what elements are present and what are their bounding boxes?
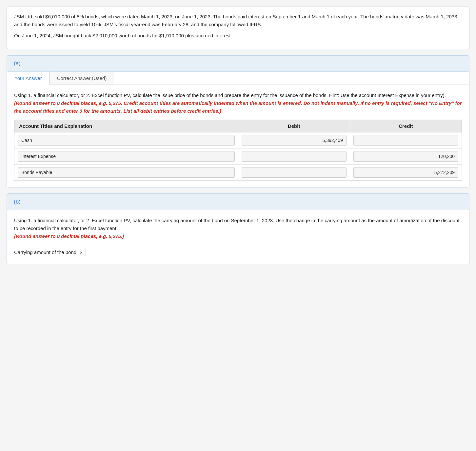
- account-input-1[interactable]: [18, 151, 235, 162]
- table-row: [14, 148, 462, 165]
- dollar-sign: $: [80, 249, 82, 255]
- carrying-amount-input[interactable]: [86, 247, 151, 257]
- section-a-tabs: Your Answer Correct Answer (Used): [7, 72, 469, 85]
- debit-input-2[interactable]: [242, 167, 347, 178]
- table-row: [14, 132, 462, 148]
- account-input-2[interactable]: [18, 167, 235, 178]
- section-a-body: Your Answer Correct Answer (Used) Using …: [7, 72, 469, 187]
- credit-input-0[interactable]: [353, 135, 458, 146]
- problem-description: JSM Ltd. sold $6,010,000 of 8% bonds, wh…: [14, 13, 462, 29]
- section-a-wrapper: (a) Your Answer Correct Answer (Used) Us…: [7, 55, 469, 187]
- section-b-wrapper: (b) Using 1. a financial calculator, or …: [7, 193, 469, 264]
- debit-input-1[interactable]: [242, 151, 347, 162]
- section-b-header: (b): [7, 194, 469, 210]
- section-b-body: Using 1. a financial calculator, or 2. E…: [7, 210, 469, 264]
- section-b-instruction-red: (Round answer to 0 decimal places, e.g. …: [14, 233, 124, 239]
- table-row: [14, 165, 462, 181]
- section-a-label: (a): [14, 60, 21, 67]
- section-a-tab-content: Using 1. a financial calculator, or 2. E…: [7, 85, 469, 187]
- section-a-instruction-red: (Round answer to 0 decimal places, e.g. …: [14, 100, 462, 114]
- credit-input-1[interactable]: [353, 151, 458, 162]
- account-input-0[interactable]: [18, 135, 235, 146]
- section-b-label: (b): [14, 199, 21, 205]
- section-a-header: (a): [7, 55, 469, 72]
- tab-correct-answer[interactable]: Correct Answer (Used): [50, 72, 114, 85]
- section-a-instruction: Using 1. a financial calculator, or 2. E…: [14, 91, 462, 115]
- col-header-account: Account Titles and Explanation: [14, 120, 238, 132]
- tab-your-answer[interactable]: Your Answer: [7, 72, 50, 85]
- problem-description2: On June 1, 2024, JSM bought back $2,010,…: [14, 32, 462, 40]
- credit-input-2[interactable]: [353, 167, 458, 178]
- carrying-amount-row: Carrying amount of the bond $: [14, 247, 462, 257]
- col-header-credit: Credit: [350, 120, 462, 132]
- section-b-tab-content: Using 1. a financial calculator, or 2. E…: [7, 210, 469, 264]
- col-header-debit: Debit: [238, 120, 350, 132]
- carrying-amount-label: Carrying amount of the bond: [14, 249, 76, 255]
- problem-card: JSM Ltd. sold $6,010,000 of 8% bonds, wh…: [7, 7, 469, 49]
- section-b-instruction: Using 1. a financial calculator, or 2. E…: [14, 217, 462, 240]
- journal-table: Account Titles and Explanation Debit Cre…: [14, 120, 462, 181]
- debit-input-0[interactable]: [242, 135, 347, 146]
